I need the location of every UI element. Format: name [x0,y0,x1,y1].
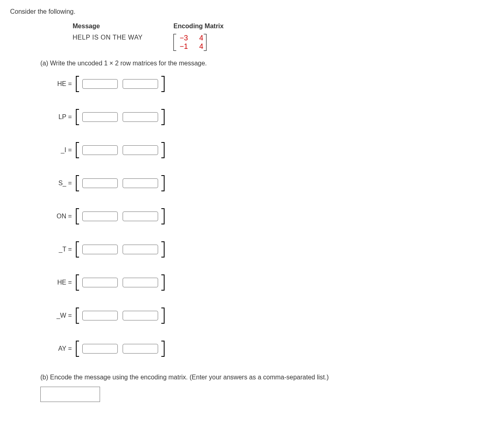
row-matrix-bracket [76,76,165,92]
row-matrix-bracket [76,175,165,191]
matrix-entry-input[interactable] [123,79,158,89]
encoded-answer-input[interactable] [40,387,100,402]
matrix-row: ON = [48,208,474,224]
row-matrix-bracket [76,142,165,158]
row-label: _W = [48,312,72,319]
matrix-entry-input[interactable] [82,178,118,188]
row-matrix-bracket [76,308,165,324]
message-heading: Message [73,23,173,30]
matrix-entry-input[interactable] [123,311,158,320]
row-label: S_ = [48,180,72,187]
row-matrix-bracket [76,208,165,224]
matrix-entry-input[interactable] [82,79,118,89]
matrix-cell: −1 [177,42,188,51]
matrix-row: _T = [48,241,474,257]
row-label: AY = [48,345,72,352]
row-matrices-container: HE = LP = _I = S_ = [48,76,474,357]
matrix-row: LP = [48,109,474,125]
row-matrix-bracket [76,241,165,257]
encoding-heading: Encoding Matrix [173,23,274,30]
row-matrix-bracket [76,341,165,357]
matrix-row: _W = [48,308,474,324]
matrix-entry-input[interactable] [82,211,118,221]
matrix-cell: 4 [192,42,203,51]
row-label: LP = [48,113,72,121]
matrix-entry-input[interactable] [123,112,158,122]
problem-header: Message HELP IS ON THE WAY Encoding Matr… [73,23,474,51]
matrix-entry-input[interactable] [123,211,158,221]
message-text: HELP IS ON THE WAY [73,34,173,41]
matrix-cell: −3 [177,34,188,42]
matrix-row: AY = [48,341,474,357]
row-label: _I = [48,147,72,154]
row-label: HE = [48,80,72,88]
part-a-prompt: (a) Write the uncoded 1 × 2 row matrices… [40,60,474,67]
matrix-entry-input[interactable] [82,145,118,155]
matrix-entry-input[interactable] [123,245,158,254]
matrix-row: HE = [48,274,474,291]
encoding-matrix: −3 4 −1 4 [173,34,207,51]
row-matrix-bracket [76,109,165,125]
matrix-entry-input[interactable] [123,178,158,188]
row-matrix-bracket [76,274,165,291]
matrix-entry-input[interactable] [82,311,118,320]
matrix-row: _I = [48,142,474,158]
row-label: _T = [48,246,72,253]
matrix-entry-input[interactable] [82,344,118,354]
matrix-entry-input[interactable] [123,278,158,287]
part-a: (a) Write the uncoded 1 × 2 row matrices… [40,60,474,357]
matrix-entry-input[interactable] [82,112,118,122]
matrix-cell: 4 [192,34,203,42]
matrix-entry-input[interactable] [123,344,158,354]
intro-text: Consider the following. [10,8,474,15]
matrix-entry-input[interactable] [123,145,158,155]
part-b: (b) Encode the message using the encodin… [40,374,474,402]
row-label: ON = [48,213,72,220]
matrix-row: S_ = [48,175,474,191]
matrix-entry-input[interactable] [82,278,118,287]
row-label: HE = [48,279,72,286]
matrix-row: HE = [48,76,474,92]
matrix-entry-input[interactable] [82,245,118,254]
part-b-prompt: (b) Encode the message using the encodin… [40,374,474,381]
